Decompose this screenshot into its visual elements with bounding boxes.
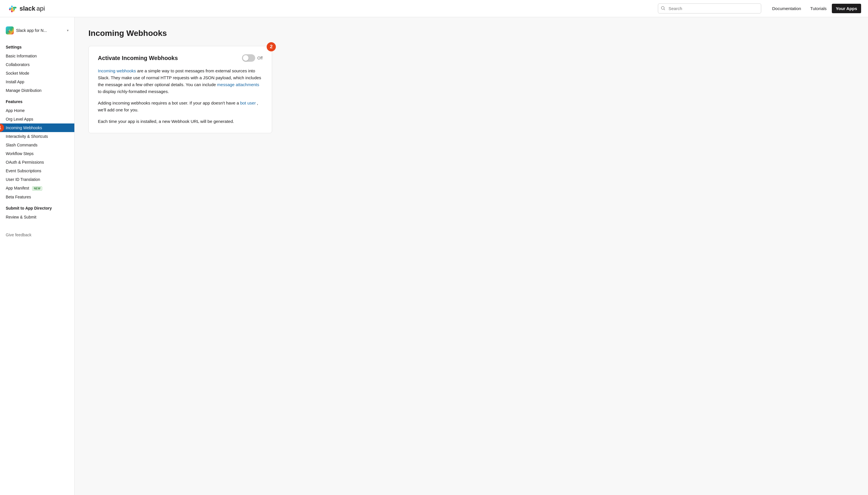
app-name-label: Slack app for N... [16,28,65,33]
card-body: Incoming webhooks are a simple way to po… [98,67,263,125]
sidebar-item-collaborators[interactable]: Collaborators [0,60,74,69]
incoming-webhooks-link[interactable]: Incoming webhooks [98,68,136,73]
message-attachments-link[interactable]: message attachments [217,82,259,87]
logo-api-word: api [36,5,45,12]
sidebar-item-app-home[interactable]: App Home [0,106,74,115]
chevron-down-icon: ▾ [67,29,69,32]
header: slack api Documentation Tutorials Your A… [0,0,868,17]
logo-slack-word: slack [19,5,35,12]
sidebar-item-oauth-permissions[interactable]: OAuth & Permissions [0,158,74,167]
sidebar-item-beta-features[interactable]: Beta Features [0,193,74,201]
main-content: Incoming Webhooks 2 Activate Incoming We… [75,17,333,495]
sidebar-item-socket-mode[interactable]: Socket Mode [0,69,74,78]
new-badge: NEW [32,186,42,191]
sidebar-item-app-manifest[interactable]: App Manifest NEW [0,184,74,193]
incoming-webhooks-container: 1 Incoming Webhooks [0,123,74,132]
paragraph-3: Each time your app is installed, a new W… [98,118,263,125]
card-title: Activate Incoming Webhooks [98,55,178,62]
sidebar-item-user-id-translation[interactable]: User ID Translation [0,175,74,184]
app-home-container: App Home [0,106,74,115]
sidebar: Slack app for N... ▾ Settings Basic Info… [0,17,75,495]
nav-your-apps[interactable]: Your Apps [832,4,861,13]
page-layout: Slack app for N... ▾ Settings Basic Info… [0,17,868,495]
sidebar-item-basic-information[interactable]: Basic Information [0,52,74,60]
toggle-label: Off [258,56,263,60]
sidebar-item-manage-distribution[interactable]: Manage Distribution [0,86,74,95]
app-icon [6,27,14,34]
slack-logo-icon [7,3,17,14]
step-badge-2: 2 [267,42,276,51]
submit-section-title: Submit to App Directory [0,201,74,213]
activate-toggle[interactable] [242,54,255,62]
card-header: Activate Incoming Webhooks Off [98,54,263,62]
nav-documentation[interactable]: Documentation [768,4,805,13]
settings-section-title: Settings [0,40,74,52]
sidebar-item-org-level-apps[interactable]: Org Level Apps [0,115,74,123]
page-title: Incoming Webhooks [88,29,319,38]
toggle-wrap: Off [242,54,263,62]
sidebar-item-review-submit[interactable]: Review & Submit [0,213,74,221]
logo-text: slack api [19,5,45,12]
search-input[interactable] [658,3,761,14]
features-section-title: Features [0,95,74,106]
header-nav: Documentation Tutorials Your Apps [768,4,861,13]
paragraph-2: Adding incoming webhooks requires a bot … [98,100,263,114]
nav-tutorials[interactable]: Tutorials [806,4,831,13]
sidebar-item-workflow-steps[interactable]: Workflow Steps [0,149,74,158]
sidebar-item-give-feedback[interactable]: Give feedback [0,231,74,239]
app-selector[interactable]: Slack app for N... ▾ [0,24,74,40]
search-container [658,3,761,14]
bot-user-link[interactable]: bot user [240,101,256,105]
sidebar-item-install-app[interactable]: Install App [0,78,74,86]
incoming-webhooks-card: 2 Activate Incoming Webhooks Off Incomin… [88,46,272,133]
paragraph-1: Incoming webhooks are a simple way to po… [98,67,263,95]
sidebar-item-interactivity-shortcuts[interactable]: Interactivity & Shortcuts [0,132,74,141]
sidebar-item-incoming-webhooks[interactable]: Incoming Webhooks [0,123,74,132]
sidebar-item-event-subscriptions[interactable]: Event Subscriptions [0,167,74,175]
logo-link[interactable]: slack api [7,3,45,14]
sidebar-item-slash-commands[interactable]: Slash Commands [0,141,74,149]
